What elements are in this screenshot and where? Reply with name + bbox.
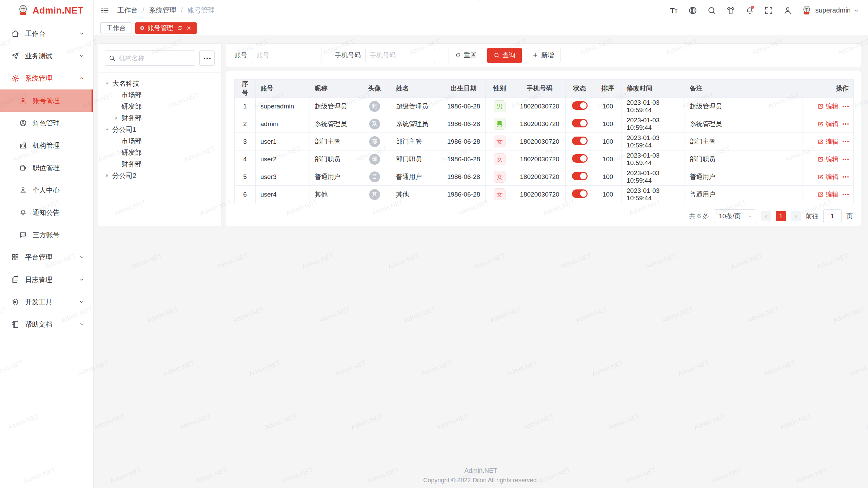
edit-button[interactable]: 编辑 (817, 155, 839, 164)
edit-button[interactable]: 编辑 (817, 172, 839, 181)
tree-node-dept[interactable]: 市场部 (105, 89, 215, 101)
status-toggle[interactable] (572, 101, 588, 110)
tab-workbench[interactable]: 工作台 (100, 22, 132, 34)
sidebar-item-workbench[interactable]: 工作台 (0, 22, 93, 45)
logo[interactable]: Admin.NET (0, 0, 93, 21)
chevron-down-icon (79, 53, 84, 59)
reset-button[interactable]: 重置 (449, 48, 483, 63)
caret-right-icon[interactable] (105, 173, 110, 178)
language-button[interactable] (687, 5, 698, 16)
more-actions-button[interactable] (843, 141, 849, 142)
tree-node-company[interactable]: 大名科技 (105, 78, 215, 89)
sidebar-item-system-management[interactable]: 系统管理 (0, 67, 93, 89)
cpu-icon (11, 298, 19, 306)
col-status: 状态 (566, 80, 594, 98)
cell-account: admin (256, 115, 310, 133)
cell-seq: 6 (235, 186, 256, 203)
tree-node-dept[interactable]: 财务部 (105, 158, 215, 170)
cell-seq: 4 (235, 150, 256, 168)
tree-node-dept[interactable]: 研发部 (105, 147, 215, 158)
cell-remark: 系统管理员 (685, 115, 803, 133)
tree-node-company[interactable]: 分公司1 (105, 124, 215, 135)
status-toggle[interactable] (572, 119, 588, 127)
tree-node-dept[interactable]: 研发部 (105, 101, 215, 112)
sidebar-item-third-party-account[interactable]: 三方账号 (0, 224, 93, 246)
add-button[interactable]: 新增 (526, 48, 560, 63)
fullscreen-button[interactable] (763, 5, 774, 16)
sidebar-item-help-docs[interactable]: 帮助文档 (0, 313, 93, 336)
sidebar-item-notice[interactable]: 通知公告 (0, 201, 93, 224)
col-avatar: 头像 (358, 80, 391, 98)
tree-node-company[interactable]: 分公司2 (105, 170, 215, 181)
cell-remark: 部门主管 (685, 133, 803, 150)
sidebar: Admin.NET 工作台 业务测试 系统管理 账号管理 角色管理 机构管理 (0, 0, 94, 488)
status-toggle[interactable] (572, 154, 588, 163)
more-actions-button[interactable] (843, 159, 849, 160)
edit-icon (817, 103, 824, 109)
caret-right-icon[interactable] (114, 116, 119, 121)
more-actions-button[interactable] (843, 123, 849, 125)
sidebar-item-account-management[interactable]: 账号管理 (0, 89, 93, 112)
sidebar-item-org-management[interactable]: 机构管理 (0, 134, 93, 157)
account-input[interactable] (252, 48, 321, 63)
more-actions-button[interactable] (843, 176, 849, 178)
menu-fold-button[interactable] (100, 5, 110, 16)
status-toggle[interactable] (572, 189, 588, 198)
phone-input[interactable] (366, 48, 435, 63)
gender-badge: 女 (494, 136, 506, 147)
notifications-button[interactable] (744, 5, 755, 16)
next-page-button[interactable] (791, 211, 801, 221)
cell-seq: 1 (235, 98, 256, 115)
tab-account-management[interactable]: 账号管理 (135, 22, 197, 34)
sidebar-item-personal-center[interactable]: 个人中心 (0, 179, 93, 201)
goto-page-input[interactable] (823, 209, 842, 223)
edit-button[interactable]: 编辑 (817, 137, 839, 146)
sidebar-item-business-test[interactable]: 业务测试 (0, 45, 93, 67)
person-icon (19, 186, 27, 194)
sidebar-item-position-management[interactable]: 职位管理 (0, 157, 93, 179)
page-size-select[interactable]: 10条/页 (714, 209, 756, 223)
col-sort: 排序 (594, 80, 622, 98)
query-button[interactable]: 查询 (487, 48, 522, 63)
tree-node-dept[interactable]: 财务部 (105, 112, 215, 124)
cell-birthdate: 1986-06-28 (442, 133, 486, 150)
caret-down-icon[interactable] (105, 127, 110, 132)
org-search-input[interactable] (105, 50, 195, 66)
sidebar-item-dev-tools[interactable]: 开发工具 (0, 291, 93, 313)
sidebar-item-log-management[interactable]: 日志管理 (0, 268, 93, 291)
tree-node-dept[interactable]: 市场部 (105, 135, 215, 147)
chevron-down-icon (79, 277, 84, 282)
close-icon[interactable] (186, 25, 192, 31)
edit-icon (817, 121, 824, 127)
language-icon (688, 6, 697, 15)
status-toggle[interactable] (572, 172, 588, 180)
page-number-1[interactable]: 1 (776, 211, 786, 221)
theme-button[interactable] (725, 5, 736, 16)
edit-button[interactable]: 编辑 (817, 120, 839, 128)
chevron-down-icon (79, 31, 84, 36)
more-actions-button[interactable] (843, 194, 849, 195)
sidebar-item-role-management[interactable]: 角色管理 (0, 112, 93, 134)
sidebar-item-platform-management[interactable]: 平台管理 (0, 246, 93, 268)
edit-icon (817, 191, 824, 198)
edit-button[interactable]: 编辑 (817, 102, 839, 111)
status-toggle[interactable] (572, 137, 588, 145)
more-actions-button[interactable] (843, 106, 849, 107)
refresh-icon[interactable] (177, 25, 183, 31)
cell-phone: 18020030720 (514, 186, 566, 203)
user-menu[interactable]: superadmin (801, 5, 859, 16)
col-actions: 操作 (803, 80, 854, 98)
chevron-right-icon (793, 214, 798, 219)
breadcrumb-system-management[interactable]: 系统管理 (149, 6, 176, 15)
breadcrumb-workbench[interactable]: 工作台 (117, 6, 138, 15)
cell-remark: 普通用户 (685, 186, 803, 203)
cell-name: 普通用户 (391, 168, 442, 186)
edit-button[interactable]: 编辑 (817, 190, 839, 199)
search-button[interactable] (706, 5, 717, 16)
profile-shortcut-button[interactable] (782, 5, 793, 16)
prev-page-button[interactable] (761, 211, 771, 221)
caret-down-icon[interactable] (105, 81, 110, 86)
org-more-button[interactable] (199, 50, 215, 66)
font-size-button[interactable]: TT (668, 5, 679, 16)
footer-copyright: Copyright © 2022 Dilon All rights reserv… (94, 477, 868, 484)
